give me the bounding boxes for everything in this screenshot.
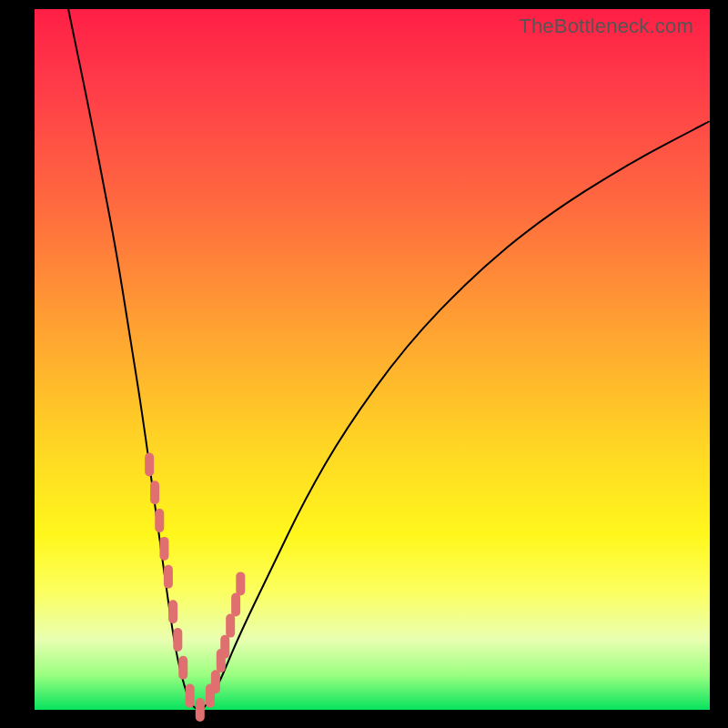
- plot-area: TheBottleneck.com: [35, 9, 710, 710]
- bottleneck-curve: [68, 9, 710, 710]
- highlight-markers: [149, 458, 240, 718]
- chart-frame: TheBottleneck.com: [0, 0, 728, 728]
- chart-overlay: [35, 9, 710, 710]
